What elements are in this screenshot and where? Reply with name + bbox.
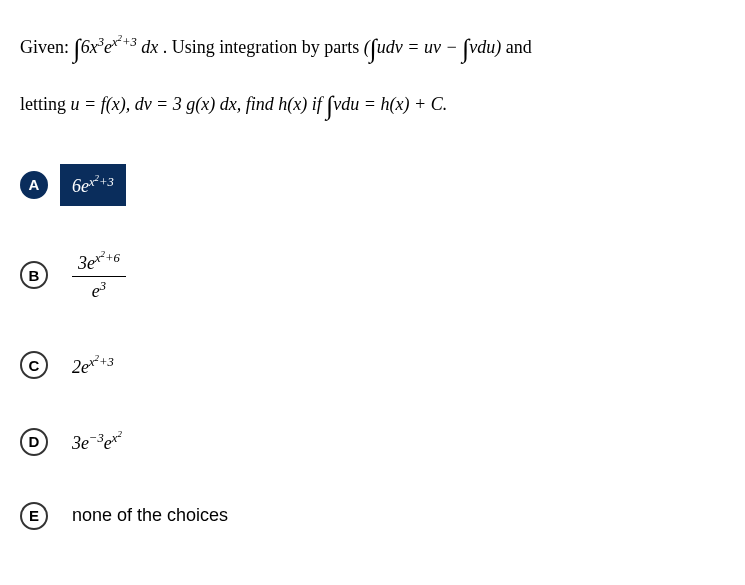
choice-d-content: 3e−3ex2 (60, 421, 134, 462)
let-u: u = f(x), (71, 94, 131, 114)
choice-a-label: A (20, 171, 48, 199)
let-dv: dv = 3 g(x) dx, (135, 94, 246, 114)
choice-c-content: 2ex2+3 (60, 345, 126, 386)
choice-a-content: 6ex2+3 (60, 164, 126, 205)
given-prefix: Given: (20, 37, 74, 57)
and-text: and (506, 37, 532, 57)
choices-list: A 6ex2+3 B 3ex2+6 e3 C 2ex2+3 D 3e−3ex2 … (20, 164, 725, 534)
choice-b[interactable]: B 3ex2+6 e3 (20, 241, 725, 310)
letting-prefix: letting (20, 94, 71, 114)
choice-e-content: none of the choices (60, 497, 240, 534)
choice-d[interactable]: D 3e−3ex2 (20, 421, 725, 462)
choice-e-label: E (20, 502, 48, 530)
choice-d-label: D (20, 428, 48, 456)
choice-e[interactable]: E none of the choices (20, 497, 725, 534)
part1: . Using integration by parts (163, 37, 364, 57)
choice-c-label: C (20, 351, 48, 379)
question-prompt: Given: ∫6x3ex2+3 dx . Using integration … (20, 20, 725, 134)
choice-b-content: 3ex2+6 e3 (60, 241, 138, 310)
choice-c[interactable]: C 2ex2+3 (20, 345, 725, 386)
choice-a[interactable]: A 6ex2+3 (20, 164, 725, 205)
choice-b-label: B (20, 261, 48, 289)
find-text: find h(x) if (246, 94, 326, 114)
